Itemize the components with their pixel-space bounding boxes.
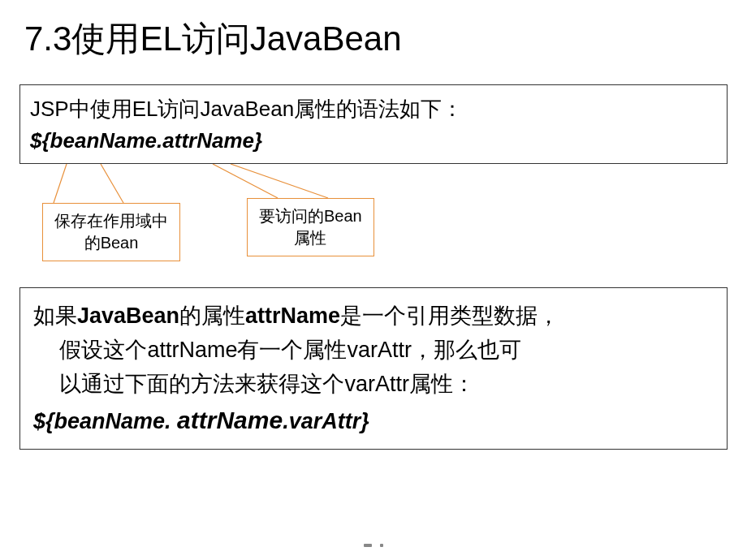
- text-seg: 属性：: [409, 372, 475, 396]
- text-seg: 如果: [33, 304, 77, 328]
- svg-line-1: [101, 164, 123, 203]
- text-seg: 以通过下面的方法来获得这个: [59, 372, 344, 396]
- callout-left-line1: 保存在作用域中: [54, 210, 168, 232]
- svg-line-0: [54, 164, 67, 203]
- box2-line2: 假设这个attrName有一个属性varAttr，那么也可: [33, 334, 714, 368]
- box2-line1: 如果JavaBean的属性attrName是一个引用类型数据，: [33, 299, 714, 334]
- text-bold: varAttr: [347, 338, 412, 362]
- callout-area: 保存在作用域中 的Bean 要访问的Bean 属性: [19, 164, 728, 278]
- syntax-box-2: 如果JavaBean的属性attrName是一个引用类型数据， 假设这个attr…: [19, 287, 728, 450]
- box2-line3: 以通过下面的方法来获得这个varAttr属性：: [33, 368, 714, 402]
- text-bold: JavaBean: [77, 304, 179, 328]
- syntax-seg: .varAttr}: [283, 409, 369, 433]
- text-bold: attrName: [245, 304, 340, 328]
- svg-line-3: [231, 164, 328, 198]
- slide-title: 7.3使用EL访问JavaBean: [0, 0, 747, 62]
- callout-left-line2: 的Bean: [54, 232, 168, 254]
- syntax-seg-big: attrName: [177, 407, 283, 433]
- callout-right-line2: 属性: [259, 227, 362, 249]
- callout-bean-attr: 要访问的Bean 属性: [247, 198, 374, 256]
- text-bold: attrName: [147, 338, 237, 362]
- text-seg: 是一个引用类型数据，: [340, 304, 559, 328]
- syntax-box-1: JSP中使用EL访问JavaBean属性的语法如下： ${beanName.at…: [19, 84, 728, 164]
- page-indicator: [364, 544, 383, 552]
- box2-syntax: ${beanName. attrName.varAttr}: [33, 407, 714, 434]
- box1-description: JSP中使用EL访问JavaBean属性的语法如下：: [30, 93, 717, 125]
- callout-right-line1: 要访问的Bean: [259, 205, 362, 227]
- indicator-dash: [380, 544, 383, 547]
- syntax-seg: ${beanName.: [33, 409, 177, 433]
- box1-syntax: ${beanName.attrName}: [30, 128, 717, 153]
- text-seg: ，那么也可: [412, 338, 521, 362]
- text-bold: varAttr: [344, 372, 409, 396]
- text-seg: 假设这个: [59, 338, 147, 362]
- text-seg: 的属性: [179, 304, 245, 328]
- text-seg: 有一个属性: [237, 338, 347, 362]
- indicator-dash: [364, 544, 372, 547]
- callout-bean-scope: 保存在作用域中 的Bean: [42, 203, 180, 261]
- svg-line-2: [213, 164, 278, 198]
